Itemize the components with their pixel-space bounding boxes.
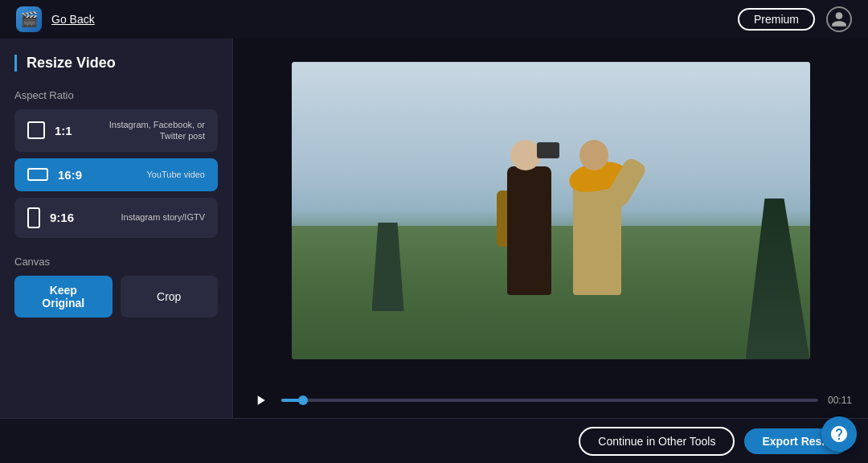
chat-support-button[interactable] [821, 416, 857, 452]
progress-handle[interactable] [298, 395, 308, 405]
aspect-ratio-16-9: 16:9 [58, 168, 82, 182]
header: 🎬 Go Back Premium [0, 0, 868, 39]
aspect-options: 1:1 Instagram, Facebook, or Twitter post… [14, 109, 218, 238]
video-container [233, 39, 868, 383]
video-people [493, 118, 637, 295]
aspect-desc-9-16: Instagram story/IGTV [121, 211, 205, 223]
aspect-option-9-16[interactable]: 9:16 Instagram story/IGTV [14, 198, 218, 238]
aspect-option-16-9[interactable]: 16:9 YouTube video [14, 158, 218, 191]
person1-camera [537, 142, 559, 158]
continue-other-tools-button[interactable]: Continue in Other Tools [579, 427, 735, 456]
aspect-info-16-9: 16:9 YouTube video [58, 168, 205, 182]
app-icon: 🎬 [16, 6, 42, 32]
canvas-buttons: Keep Original Crop [14, 276, 218, 318]
premium-button[interactable]: Premium [738, 8, 815, 31]
main-layout: Resize Video Aspect Ratio 1:1 Instagram,… [0, 39, 868, 418]
bottom-bar: Continue in Other Tools Export Res... [0, 418, 868, 463]
aspect-info-9-16: 9:16 Instagram story/IGTV [50, 211, 205, 224]
user-avatar[interactable] [826, 6, 852, 32]
aspect-desc-1-1: Instagram, Facebook, or Twitter post [100, 119, 205, 142]
sidebar: Resize Video Aspect Ratio 1:1 Instagram,… [0, 39, 233, 418]
crop-button[interactable]: Crop [121, 276, 219, 318]
person1-body [507, 166, 551, 295]
time-display: 00:11 [828, 395, 852, 406]
content-area: 00:11 [233, 39, 868, 418]
aspect-info-1-1: 1:1 Instagram, Facebook, or Twitter post [55, 119, 205, 142]
video-controls: 00:11 [233, 383, 868, 418]
aspect-icon-wide [27, 168, 48, 181]
person1 [501, 126, 569, 295]
person2 [565, 134, 637, 295]
aspect-ratio-label: Aspect Ratio [14, 89, 218, 101]
go-back-link[interactable]: Go Back [51, 13, 95, 26]
header-left: 🎬 Go Back [16, 6, 95, 32]
aspect-icon-square [27, 121, 45, 139]
aspect-desc-16-9: YouTube video [146, 169, 205, 180]
canvas-label: Canvas [14, 256, 218, 268]
aspect-ratio-1-1: 1:1 [55, 124, 72, 137]
person2-head [579, 140, 608, 170]
aspect-icon-tall [27, 207, 40, 228]
aspect-option-1-1[interactable]: 1:1 Instagram, Facebook, or Twitter post [14, 109, 218, 152]
video-wrapper [292, 62, 810, 359]
video-scene [292, 62, 810, 359]
header-right: Premium [738, 6, 852, 32]
keep-original-button[interactable]: Keep Original [14, 276, 113, 318]
play-button[interactable] [249, 389, 272, 412]
progress-bar[interactable] [281, 399, 818, 402]
canvas-section: Canvas Keep Original Crop [14, 256, 218, 318]
sidebar-title: Resize Video [14, 55, 218, 72]
aspect-ratio-9-16: 9:16 [50, 211, 74, 224]
